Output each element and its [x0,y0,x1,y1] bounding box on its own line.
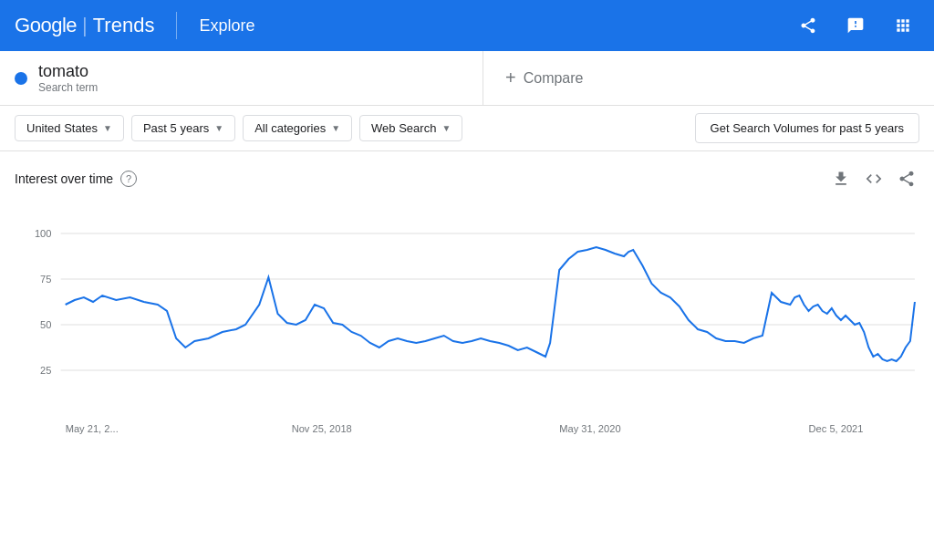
header-divider [176,12,177,39]
help-icon: ? [126,173,131,184]
chart-svg: 100 75 50 25 May 21, 2... Nov 25, 2018 M… [15,206,919,452]
chart-share-button[interactable] [894,166,919,192]
compare-plus-icon: + [505,67,516,88]
search-term-dot [15,72,27,85]
chart-container: 100 75 50 25 May 21, 2... Nov 25, 2018 M… [15,206,919,452]
apps-icon [894,16,912,35]
compare-label: Compare [524,70,584,87]
filters-bar: United States ▼ Past 5 years ▼ All categ… [0,106,934,151]
category-label: All categories [254,121,326,135]
apps-button[interactable] [887,9,919,42]
time-range-arrow-icon: ▼ [214,123,223,133]
google-wordmark: Google [15,14,77,37]
share-button[interactable] [792,9,825,42]
embed-button[interactable] [861,166,887,192]
search-term-box: tomato Search term [0,51,483,105]
x-label-start: May 21, 2... [66,423,119,434]
x-label-dec2021: Dec 5, 2021 [809,423,864,434]
feedback-icon [846,16,865,35]
chart-share-icon [898,170,916,188]
compare-box[interactable]: + Compare [483,51,934,105]
time-range-filter[interactable]: Past 5 years ▼ [131,115,235,141]
location-label: United States [26,121,98,135]
download-icon [832,170,850,188]
feedback-button[interactable] [839,9,872,42]
embed-icon [865,170,883,188]
search-term-info: tomato Search term [38,62,98,94]
search-term-type: Search term [38,81,98,94]
search-type-arrow-icon: ▼ [441,123,451,133]
search-type-label: Web Search [371,121,436,135]
app-header: Google | Trends Explore [0,0,934,51]
location-filter[interactable]: United States ▼ [15,115,124,141]
trends-wordmark: Trends [93,14,155,37]
chart-help-button[interactable]: ? [120,171,137,187]
download-button[interactable] [828,166,854,192]
search-area: tomato Search term + Compare [0,51,934,106]
y-label-100: 100 [35,228,52,239]
chart-actions [828,166,919,192]
interest-over-time-section: Interest over time ? [0,151,934,467]
share-icon [799,16,817,35]
google-trends-logo: Google | Trends [15,14,154,37]
chart-header: Interest over time ? [15,166,919,192]
get-volumes-button[interactable]: Get Search Volumes for past 5 years [695,113,919,143]
search-term-name: tomato [38,62,98,81]
search-type-filter[interactable]: Web Search ▼ [359,115,462,141]
chart-title-area: Interest over time ? [15,171,137,187]
category-filter[interactable]: All categories ▼ [243,115,352,141]
explore-label: Explore [199,16,254,36]
x-label-may2020: May 31, 2020 [559,423,620,434]
time-range-label: Past 5 years [143,121,209,135]
location-arrow-icon: ▼ [103,123,112,133]
chart-title: Interest over time [15,171,113,186]
interest-chart-line [66,247,915,361]
category-arrow-icon: ▼ [331,123,340,133]
y-label-75: 75 [40,274,51,285]
y-label-50: 50 [40,319,51,330]
y-label-25: 25 [40,365,51,376]
x-label-nov2018: Nov 25, 2018 [292,423,352,434]
